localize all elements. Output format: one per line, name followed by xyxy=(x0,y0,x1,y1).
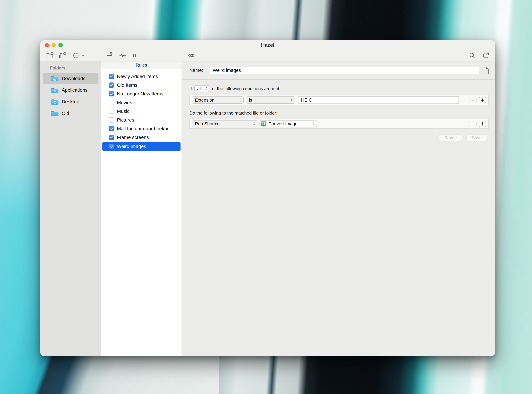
condition-value-input[interactable] xyxy=(298,96,459,104)
rule-row-pictures[interactable]: Pictures xyxy=(102,116,181,124)
condition-operator-value: is xyxy=(249,98,252,103)
rule-row-no-longer-new-items[interactable]: No Longer New Items xyxy=(102,89,181,98)
rule-detail-panel: Name: If all xyxy=(182,62,495,356)
shortcut-name-value: Convert Image xyxy=(268,121,298,126)
plus-icon xyxy=(481,122,484,125)
revert-button[interactable]: Revert xyxy=(439,135,462,141)
add-action-button[interactable] xyxy=(479,121,486,127)
rule-label: Old Items xyxy=(117,83,138,88)
dropdown-chevron-icon xyxy=(291,98,293,102)
rule-label: Pictures xyxy=(117,117,134,123)
rule-checkbox[interactable] xyxy=(109,144,114,149)
dropdown-chevron-icon xyxy=(253,122,255,126)
sidebar-item-label: Old xyxy=(62,111,69,116)
sidebar-item-label: Desktop xyxy=(62,99,79,104)
folders-header: Folders xyxy=(50,66,101,71)
rule-label: Weird images xyxy=(117,144,146,149)
share-icon[interactable] xyxy=(481,51,490,60)
condition-attribute-dropdown[interactable]: Extension xyxy=(192,96,244,104)
rule-name-row: Name: xyxy=(182,62,495,80)
rule-checkbox[interactable] xyxy=(109,74,114,79)
rule-checkbox[interactable] xyxy=(109,83,114,88)
conditions-prefix: If xyxy=(189,86,192,91)
sidebar-item-label: Downloads xyxy=(62,76,85,81)
search-icon[interactable] xyxy=(468,51,477,60)
rule-description-icon[interactable] xyxy=(482,66,490,75)
action-type-value: Run Shortcut xyxy=(195,121,221,126)
rule-row-music[interactable]: Music xyxy=(102,107,181,116)
remove-condition-button[interactable] xyxy=(469,97,477,103)
rule-row-newly-added-items[interactable]: Newly Added Items xyxy=(102,72,181,81)
rules-column-header: Rules xyxy=(101,62,181,69)
match-mode-popup[interactable]: all xyxy=(194,85,209,92)
rule-label: Newly Added Items xyxy=(117,74,158,79)
window-title: Hazel xyxy=(40,42,495,48)
match-mode-value: all xyxy=(197,86,202,91)
minus-icon xyxy=(471,98,474,102)
window-content: Folders Downloads xyxy=(40,62,495,356)
rule-name-input[interactable] xyxy=(210,67,479,74)
popup-chevron-icon xyxy=(205,87,208,91)
condition-operator-dropdown[interactable]: is xyxy=(246,96,295,104)
action-row: Run Shortcut xyxy=(189,119,489,129)
name-label: Name: xyxy=(189,68,203,73)
minus-icon xyxy=(471,122,474,125)
action-type-dropdown[interactable]: Run Shortcut xyxy=(192,120,257,127)
rule-checkbox[interactable] xyxy=(109,135,114,140)
folders-sidebar: Folders Downloads xyxy=(40,62,101,356)
rule-row-old-items[interactable]: Old Items xyxy=(102,81,181,89)
rule-row-mail-factuur[interactable]: Mail factuur naar boekho… xyxy=(102,124,181,133)
downloads-folder-icon xyxy=(51,75,59,82)
rule-label: Frame screens xyxy=(117,135,149,140)
rules-column: Rules Newly Added Items Old Items No Lon… xyxy=(101,62,182,356)
dropdown-chevron-icon xyxy=(313,122,315,126)
applications-folder-icon xyxy=(51,87,59,93)
add-rule-icon[interactable] xyxy=(106,51,115,60)
save-button[interactable]: Save xyxy=(467,135,487,141)
plain-folder-icon xyxy=(51,110,59,117)
desktop-folder-icon xyxy=(51,98,59,105)
add-condition-button[interactable] xyxy=(479,97,486,103)
rules-list: Newly Added Items Old Items No Longer Ne… xyxy=(101,69,181,151)
rule-row-movies[interactable]: Movies xyxy=(102,98,181,107)
rule-label: No Longer New Items xyxy=(117,91,163,97)
rule-checkbox[interactable] xyxy=(109,109,114,114)
conditions-header-row: If all of the following conditions are m… xyxy=(189,85,495,92)
hazel-window: Hazel xyxy=(40,40,495,356)
toolbar xyxy=(40,50,495,62)
actions-header-label: Do the following to the matched file or … xyxy=(189,110,495,116)
titlebar: Hazel xyxy=(40,40,495,50)
remove-action-button[interactable] xyxy=(469,121,477,127)
pause-rules-icon[interactable] xyxy=(130,51,139,60)
rule-checkbox[interactable] xyxy=(109,126,114,131)
sidebar-item-desktop[interactable]: Desktop xyxy=(43,96,98,107)
shortcut-picker-dropdown[interactable]: Convert Image xyxy=(260,120,317,127)
detail-buttons-row: Revert Save xyxy=(189,135,487,141)
folder-menu-chevron-icon[interactable] xyxy=(81,54,86,57)
folder-actions-menu-icon[interactable] xyxy=(71,51,80,60)
dropdown-chevron-icon xyxy=(239,98,242,102)
rule-label: Mail factuur naar boekho… xyxy=(117,126,174,131)
rule-label: Movies xyxy=(117,100,132,105)
conditions-suffix: of the following conditions are met xyxy=(212,86,279,91)
rule-checkbox[interactable] xyxy=(109,117,114,123)
rule-row-weird-images[interactable]: Weird images xyxy=(102,142,181,151)
add-folder-icon[interactable] xyxy=(45,51,54,60)
shortcuts-app-icon xyxy=(261,121,266,126)
plus-icon xyxy=(481,98,484,102)
sidebar-item-label: Applications xyxy=(62,87,88,93)
condition-attribute-value: Extension xyxy=(195,98,214,103)
preview-eye-icon[interactable] xyxy=(187,51,196,60)
sidebar-item-old[interactable]: Old xyxy=(43,108,98,119)
rule-row-frame-screens[interactable]: Frame screens xyxy=(102,133,181,142)
activity-waveform-icon[interactable] xyxy=(118,51,127,60)
rule-checkbox[interactable] xyxy=(109,91,114,96)
condition-row: Extension is xyxy=(189,95,489,105)
sidebar-item-applications[interactable]: Applications xyxy=(43,84,98,96)
add-smart-folder-icon[interactable] xyxy=(58,51,67,60)
rule-label: Music xyxy=(117,109,129,114)
sidebar-item-downloads[interactable]: Downloads xyxy=(43,73,98,84)
rule-checkbox[interactable] xyxy=(109,100,114,105)
